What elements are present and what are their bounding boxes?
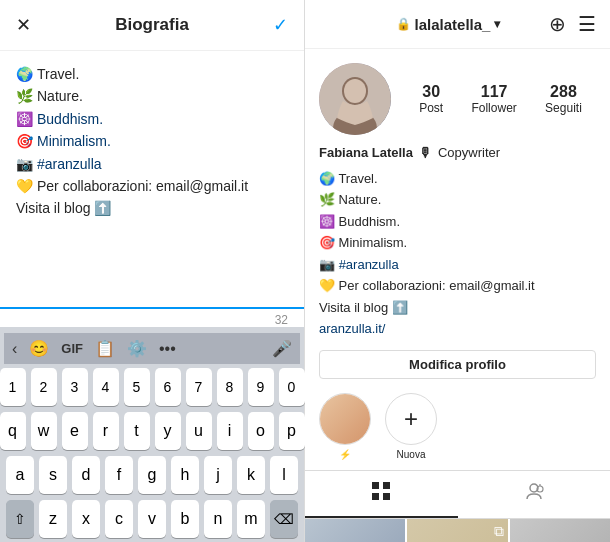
key-6[interactable]: 6 <box>155 368 181 406</box>
mic-button[interactable]: 🎤 <box>272 339 292 358</box>
bio-minimalism: 🎯 Minimalism. <box>319 232 596 253</box>
svg-rect-4 <box>372 482 379 489</box>
header-actions: ⊕ ☰ <box>549 12 596 36</box>
role-emoji: 🎙 <box>419 145 432 160</box>
highlight-new[interactable]: + Nuova <box>385 393 437 460</box>
profile-bio: 🌍 Travel. 🌿 Nature. ☸️ Buddhism. 🎯 Minim… <box>305 168 610 340</box>
profile-header: 🔒 lalalatella_ ▾ ⊕ ☰ <box>305 0 610 49</box>
nature-emoji: 🌿 <box>16 85 33 107</box>
bio-link[interactable]: aranzulla.it/ <box>319 318 596 339</box>
bio-line-1: 🌍 Travel. <box>16 63 288 85</box>
char-counter: 32 <box>0 309 304 327</box>
new-highlight-circle[interactable]: + <box>385 393 437 445</box>
key-5[interactable]: 5 <box>124 368 150 406</box>
highlights-section: ⚡ + Nuova <box>305 389 610 470</box>
toolbar-left: ‹ 😊 GIF 📋 ⚙️ ••• <box>12 339 176 358</box>
key-7[interactable]: 7 <box>186 368 212 406</box>
close-button[interactable]: ✕ <box>16 14 31 36</box>
post-count-stat[interactable]: 30 Post <box>419 83 443 115</box>
bio-text-area[interactable]: 🌍 Travel. 🌿 Nature. ☸️ Buddhism. 🎯 Minim… <box>0 51 304 309</box>
key-q[interactable]: q <box>0 412 26 450</box>
menu-button[interactable]: ☰ <box>578 12 596 36</box>
key-9[interactable]: 9 <box>248 368 274 406</box>
number-row: 1 2 3 4 5 6 7 8 9 0 <box>6 368 298 406</box>
content-tabs <box>305 470 610 519</box>
key-h[interactable]: h <box>171 456 199 494</box>
camera-emoji: 📷 <box>16 153 33 175</box>
key-r[interactable]: r <box>93 412 119 450</box>
heart-emoji: 💛 <box>16 175 33 197</box>
gif-button[interactable]: GIF <box>61 341 83 356</box>
key-g[interactable]: g <box>138 456 166 494</box>
keyboard-toolbar: ‹ 😊 GIF 📋 ⚙️ ••• 🎤 <box>4 333 300 364</box>
new-highlight-label: Nuova <box>397 449 426 460</box>
username-text: lalalatella_ <box>415 16 491 33</box>
key-s[interactable]: s <box>39 456 67 494</box>
key-o[interactable]: o <box>248 412 274 450</box>
clipboard-button[interactable]: 📋 <box>95 339 115 358</box>
key-p[interactable]: p <box>279 412 305 450</box>
key-w[interactable]: w <box>31 412 57 450</box>
key-t[interactable]: t <box>124 412 150 450</box>
bio-travel: 🌍 Travel. <box>319 168 596 189</box>
key-u[interactable]: u <box>186 412 212 450</box>
bio-buddhism: ☸️ Buddhism. <box>319 211 596 232</box>
key-y[interactable]: y <box>155 412 181 450</box>
key-z[interactable]: z <box>39 500 67 538</box>
backspace-key[interactable]: ⌫ <box>270 500 298 538</box>
settings-button[interactable]: ⚙️ <box>127 339 147 358</box>
confirm-button[interactable]: ✓ <box>273 14 288 36</box>
key-j[interactable]: j <box>204 456 232 494</box>
emoji-button[interactable]: 😊 <box>29 339 49 358</box>
follower-count: 117 <box>481 83 508 101</box>
post-item-3[interactable]: nobody is comingto save youget up <box>510 519 610 543</box>
buddhism-link[interactable]: Buddhism. <box>37 108 103 130</box>
key-1[interactable]: 1 <box>0 368 26 406</box>
key-0[interactable]: 0 <box>279 368 305 406</box>
key-v[interactable]: v <box>138 500 166 538</box>
highlight-thumb <box>319 393 371 445</box>
highlight-lightning[interactable]: ⚡ <box>319 393 371 460</box>
bio-collab: 💛 Per collaborazioni: email@gmail.it <box>319 275 596 296</box>
key-8[interactable]: 8 <box>217 368 243 406</box>
tab-grid[interactable] <box>305 471 458 518</box>
bio-line-7: Visita il blog ⬆️ <box>16 197 288 219</box>
following-label: Seguiti <box>545 101 582 115</box>
post-item-1[interactable]: 00:00 <box>305 519 405 543</box>
key-4[interactable]: 4 <box>93 368 119 406</box>
follower-label: Follower <box>471 101 516 115</box>
key-d[interactable]: d <box>72 456 100 494</box>
collapse-keyboard-button[interactable]: ‹ <box>12 340 17 358</box>
key-m[interactable]: m <box>237 500 265 538</box>
key-x[interactable]: x <box>72 500 100 538</box>
following-count-stat[interactable]: 288 Seguiti <box>545 83 582 115</box>
tab-tagged[interactable] <box>458 471 611 518</box>
bio-nature: 🌿 Nature. <box>319 189 596 210</box>
key-n[interactable]: n <box>204 500 232 538</box>
key-3[interactable]: 3 <box>62 368 88 406</box>
virtual-keyboard: ‹ 😊 GIF 📋 ⚙️ ••• 🎤 1 2 3 4 5 6 7 8 9 0 <box>0 327 304 542</box>
key-k[interactable]: k <box>237 456 265 494</box>
keyboard-rows: 1 2 3 4 5 6 7 8 9 0 q w e r t y u i <box>4 368 300 538</box>
asdf-row: a s d f g h j k l <box>6 456 298 494</box>
minimalism-link[interactable]: Minimalism. <box>37 130 111 152</box>
key-c[interactable]: c <box>105 500 133 538</box>
person-icon <box>524 481 544 506</box>
key-e[interactable]: e <box>62 412 88 450</box>
shift-key[interactable]: ⇧ <box>6 500 34 538</box>
add-post-button[interactable]: ⊕ <box>549 12 566 36</box>
post-item-2[interactable]: ⧉ Dear me,Don't fall back intoyour old p… <box>407 519 507 543</box>
more-button[interactable]: ••• <box>159 340 176 358</box>
key-i[interactable]: i <box>217 412 243 450</box>
editor-header: ✕ Biografia ✓ <box>0 0 304 51</box>
zxcv-row: ⇧ z x c v b n m ⌫ <box>6 500 298 538</box>
post-count: 30 <box>422 83 440 101</box>
edit-profile-button[interactable]: Modifica profilo <box>319 350 596 379</box>
key-a[interactable]: a <box>6 456 34 494</box>
key-f[interactable]: f <box>105 456 133 494</box>
key-b[interactable]: b <box>171 500 199 538</box>
key-2[interactable]: 2 <box>31 368 57 406</box>
username-display[interactable]: 🔒 lalalatella_ ▾ <box>396 16 501 33</box>
key-l[interactable]: l <box>270 456 298 494</box>
follower-count-stat[interactable]: 117 Follower <box>471 83 516 115</box>
